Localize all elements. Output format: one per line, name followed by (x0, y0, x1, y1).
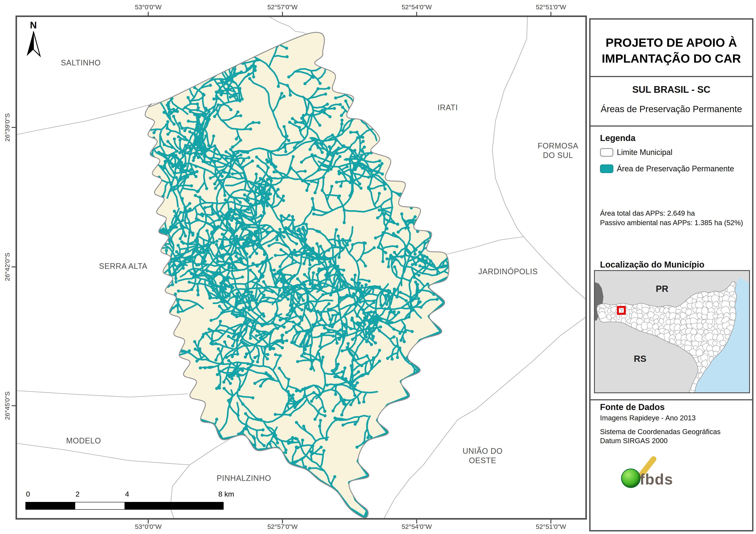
scale-bar: 0 2 4 8 km (25, 490, 230, 511)
legend-heading: Legenda (600, 133, 635, 143)
region-label-text: JARDINÓPOLIS (478, 267, 538, 276)
axis-label-lon: 53°0'0"W (135, 523, 161, 530)
locator-geometry (595, 271, 749, 393)
crs-line: Sistema de Coordenadas Geográficas (600, 427, 721, 436)
app-total-area: Área total das APPs: 2.649 ha (600, 209, 743, 218)
app-swatch (600, 165, 613, 173)
axis-label-lon: 52°57'0"W (267, 523, 298, 530)
axis-label-lat: 26°45'0"S (4, 392, 11, 420)
divider (590, 399, 752, 400)
logo-text: fbds (640, 471, 673, 488)
axis-tick (12, 405, 15, 406)
state-label-rs: RS (634, 354, 646, 364)
state-label-pr: PR (656, 284, 668, 294)
locator-map-box: PR RS (594, 270, 750, 393)
axis-tick (282, 12, 283, 16)
scale-bar-graphic (25, 502, 224, 510)
axis-tick (148, 12, 148, 16)
region-label-text: IRATI (438, 103, 458, 112)
north-arrow: N (21, 20, 45, 61)
legend-item-label: Área de Preservação Permanente (617, 164, 734, 173)
north-arrow-icon (21, 31, 45, 61)
scale-label: 4 (125, 490, 129, 498)
region-label-jardinopolis: JARDINÓPOLIS (478, 267, 538, 276)
axis-tick (12, 127, 15, 128)
data-source-heading: Fonte de Dados (600, 402, 665, 412)
scale-label: 2 (76, 490, 80, 498)
axis-label-lon: 53°0'0"W (135, 3, 161, 11)
municipality-name: SUL BRASIL - SC (590, 84, 752, 95)
app-statistics: Área total das APPs: 2.649 ha Passivo am… (600, 209, 743, 227)
region-label-modelo: MODELO (66, 436, 101, 445)
map-document: 53°0'0"W 52°57'0"W 52°54'0"W 52°51'0"W 5… (0, 0, 756, 534)
axis-label-lon: 52°51'0"W (536, 3, 566, 11)
region-label-text: MODELO (66, 436, 101, 445)
scale-segment (75, 502, 124, 509)
region-label-uniao-do-oeste: UNIÃO DOOESTE (463, 446, 503, 465)
axis-label-lon: 52°54'0"W (402, 523, 432, 530)
divider (590, 125, 752, 127)
region-label-text: FORMOSA (538, 141, 578, 150)
region-label-text: DO SUL (543, 151, 573, 160)
divider (590, 76, 752, 77)
region-label-text: SALTINHO (61, 58, 101, 67)
page-title: PROJETO DE APOIO À IMPLANTAÇÃO DO CAR (590, 35, 752, 66)
axis-tick (12, 267, 15, 267)
region-label-text: PINHALZINHO (217, 474, 271, 483)
axis-label-lon: 52°51'0"W (536, 523, 566, 530)
region-label-pinhalzinho: PINHALZINHO (217, 473, 271, 483)
region-label-saltinho: SALTINHO (61, 58, 101, 67)
axis-label-lat: 26°42'0"S (4, 253, 11, 281)
region-label-text: UNIÃO DO (463, 446, 503, 455)
axis-tick (551, 12, 551, 16)
legend-item-limite-municipal: Limite Municipal (600, 148, 672, 157)
fbds-logo: fbds (616, 450, 707, 515)
region-label-serra-alta: SERRA ALTA (99, 262, 148, 271)
locator-map: PR RS (595, 271, 749, 393)
app-liability: Passivo ambiental nas APPs: 1.385 ha (52… (600, 218, 743, 227)
axis-label-lon: 52°57'0"W (267, 3, 298, 11)
scale-segment (26, 502, 75, 509)
legend-item-app: Área de Preservação Permanente (600, 164, 734, 173)
region-label-text: SERRA ALTA (99, 262, 148, 270)
scale-label: 0 (26, 490, 30, 498)
logo-globe-icon (621, 469, 640, 488)
legend-item-label: Limite Municipal (617, 148, 672, 157)
axis-label-lon: 52°54'0"W (402, 3, 432, 11)
locator-heading: Localização do Município (600, 260, 705, 269)
datum-line: Datum SIRGAS 2000 (600, 436, 721, 445)
title-line1: PROJETO DE APOIO À (590, 35, 752, 51)
region-label-irati: IRATI (438, 103, 458, 112)
axis-tick (416, 12, 417, 16)
region-label-text: OESTE (469, 456, 496, 465)
municipal-limit-swatch (600, 148, 613, 157)
title-line2: IMPLANTAÇÃO DO CAR (590, 51, 752, 66)
axis-label-lat: 26°39'0"S (4, 113, 11, 141)
map-theme: Áreas de Preservação Permanente (590, 104, 752, 114)
north-label: N (21, 20, 45, 31)
data-source-imagery: Imagens Rapideye - Ano 2013 (600, 414, 696, 422)
scale-segment (124, 502, 223, 509)
scale-label: 8 km (218, 490, 234, 498)
region-label-formosa-do-sul: FORMOSADO SUL (538, 141, 578, 160)
data-source-crs: Sistema de Coordenadas Geográficas Datum… (600, 427, 721, 445)
layout-panel: PROJETO DE APOIO À IMPLANTAÇÃO DO CAR SU… (589, 18, 753, 531)
